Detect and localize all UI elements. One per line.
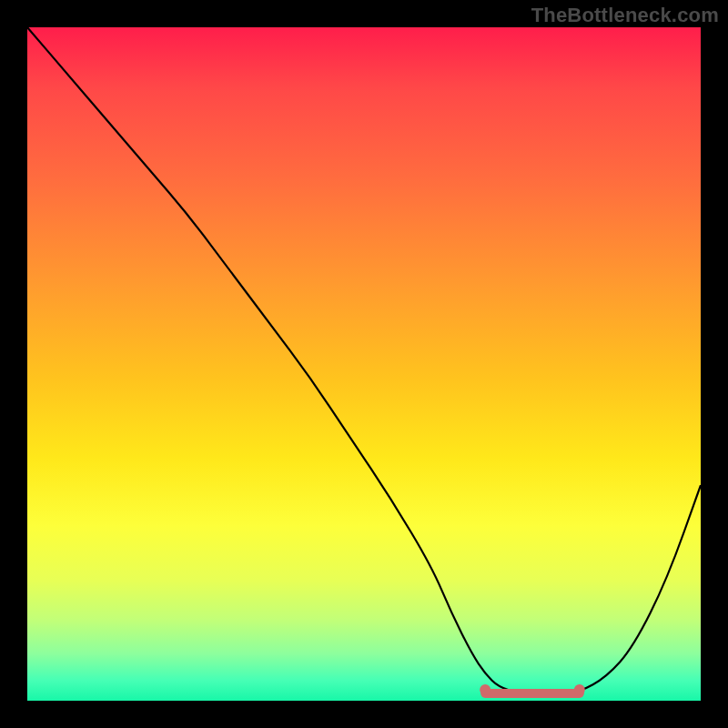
- watermark-text: TheBottleneck.com: [531, 4, 719, 27]
- optimal-zone-start-dot: [480, 684, 490, 695]
- plot-area: [27, 27, 701, 701]
- chart-frame: TheBottleneck.com: [0, 0, 728, 728]
- optimal-zone-end-dot: [574, 684, 585, 695]
- bottleneck-curve: [27, 27, 701, 694]
- bottleneck-curve-svg: [27, 27, 701, 701]
